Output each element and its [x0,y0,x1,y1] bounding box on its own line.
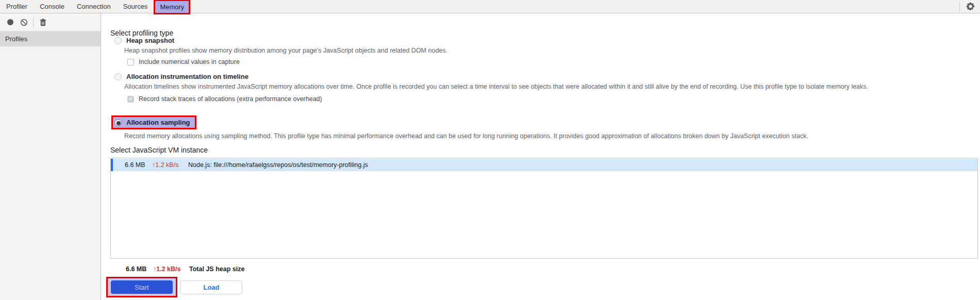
vm-instance-heading: Select JavaScript VM instance [110,146,208,154]
radio-icon[interactable] [114,73,122,80]
gear-icon[interactable] [966,2,975,11]
tab-bar: Profiler Console Connection Sources Memo… [0,0,980,13]
tab-connection[interactable]: Connection [71,0,117,13]
tab-console[interactable]: Console [34,0,71,13]
tab-profiler[interactable]: Profiler [0,0,34,13]
radio-label: Heap snapshot [126,37,174,44]
vm-instance-name: Node.js: file:///home/rafaelgss/repos/os… [188,161,368,169]
start-button[interactable]: Start [111,280,173,294]
annotation-box-start: Start [106,277,177,297]
radio-heap-snapshot[interactable]: Heap snapshot [114,37,174,44]
profiles-toolbar [0,13,101,31]
radio-allocation-timeline[interactable]: Allocation instrumentation on timeline [114,73,248,80]
tab-sources[interactable]: Sources [117,0,154,13]
vm-instance-list: 6.6 MB ↑1.2 kB/s Node.js: file:///home/r… [110,158,978,259]
allocation-timeline-description: Allocation timelines show instrumented J… [124,83,868,90]
selected-row-accent [111,159,113,171]
allocation-sampling-description: Record memory allocations using sampling… [124,132,808,140]
annotation-box-allocation-sampling: Allocation sampling [111,115,196,129]
memory-panel: Select profiling type Heap snapshot Heap… [102,13,980,300]
vm-heap-size: 6.6 MB [125,161,145,169]
checkbox-icon[interactable] [127,59,134,65]
heap-snapshot-description: Heap snapshot profiles show memory distr… [124,47,447,54]
clear-icon[interactable] [17,15,30,29]
tabbar-right [959,2,980,11]
load-button[interactable]: Load [180,280,242,294]
vm-heap-rate: ↑1.2 kB/s [152,161,178,169]
checkbox-record-stack-traces[interactable]: Record stack traces of allocations (extr… [127,95,322,103]
vm-instance-row[interactable]: 6.6 MB ↑1.2 kB/s Node.js: file:///home/r… [111,159,977,171]
toolbar-separator [33,18,34,27]
checkbox-icon [127,96,134,103]
total-heap-size-label: Total JS heap size [189,265,244,273]
radio-label[interactable]: Allocation sampling [126,119,190,126]
profiles-section-header: Profiles [0,31,101,46]
checkbox-label: Record stack traces of allocations (extr… [139,95,322,103]
total-heap-size-value: 6.6 MB [126,265,146,273]
profiling-type-heading: Select profiling type [110,29,173,37]
checkbox-label: Include numerical values in capture [139,58,240,65]
tab-memory[interactable]: Memory [154,0,190,14]
trash-icon[interactable] [36,15,49,29]
radio-label: Allocation instrumentation on timeline [126,73,248,80]
total-heap-rate-value: ↑1.2 kB/s [153,265,181,273]
tabbar-separator [959,2,960,11]
sidebar: Profiles [0,13,101,300]
radio-allocation-sampling[interactable] [114,119,122,126]
record-icon[interactable] [4,15,17,29]
radio-icon[interactable] [114,37,122,44]
checkbox-include-numerical[interactable]: Include numerical values in capture [127,58,240,65]
